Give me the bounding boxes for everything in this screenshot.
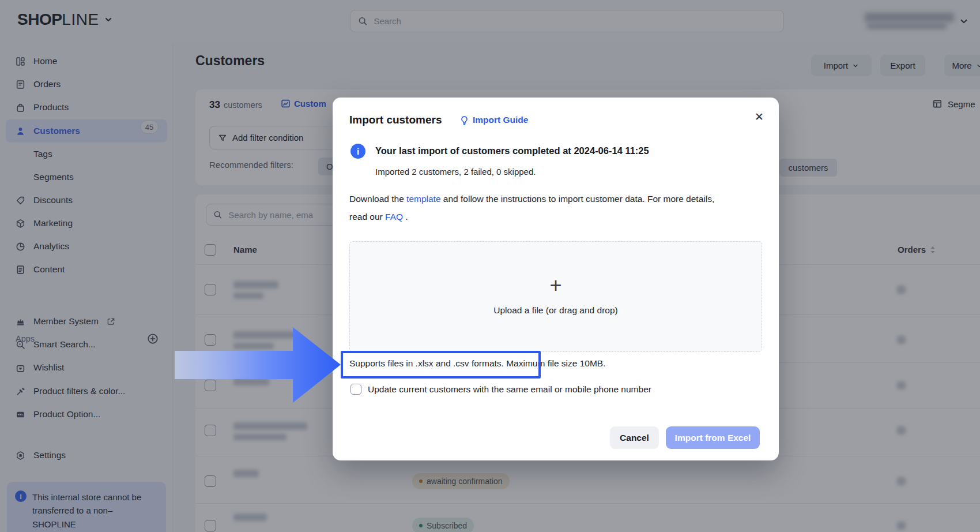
last-import-heading: Your last import of customers completed … <box>375 145 649 156</box>
file-format-note: Supports files in .xlsx and .csv formats… <box>349 358 605 369</box>
formats-rest-text: Maximum file size 10MB. <box>504 358 606 368</box>
import-from-excel-button[interactable]: Import from Excel <box>666 426 760 449</box>
instructions-text: . <box>403 212 408 222</box>
template-link[interactable]: template <box>406 194 440 204</box>
import-guide-label: Import Guide <box>473 115 528 125</box>
cancel-button[interactable]: Cancel <box>610 426 659 449</box>
import-guide-link[interactable]: Import Guide <box>459 115 528 125</box>
bulb-icon <box>459 115 469 125</box>
import-customers-modal: Import customers Import Guide ✕ i Your l… <box>333 98 779 460</box>
update-existing-checkbox[interactable] <box>350 384 361 395</box>
plus-icon: + <box>350 275 762 296</box>
faq-link[interactable]: FAQ <box>385 212 403 222</box>
update-existing-option: Update current customers with the same e… <box>350 384 651 395</box>
info-icon: i <box>350 144 365 159</box>
last-import-detail: Imported 2 customers, 2 failed, 0 skippe… <box>375 167 536 177</box>
instructions-text: Download the <box>349 194 406 204</box>
formats-highlighted-text: Supports files in .xlsx and .csv formats… <box>349 358 504 368</box>
app-window: SHOPLINE Home Orders Products Customers <box>0 0 980 532</box>
update-existing-label: Update current customers with the same e… <box>368 384 651 395</box>
upload-dropzone[interactable]: + Upload a file (or drag and drop) <box>349 241 762 352</box>
close-icon[interactable]: ✕ <box>755 111 764 122</box>
import-instructions: Download the template and follow the ins… <box>349 190 728 226</box>
modal-title: Import customers <box>349 114 442 126</box>
upload-label: Upload a file (or drag and drop) <box>350 305 762 316</box>
